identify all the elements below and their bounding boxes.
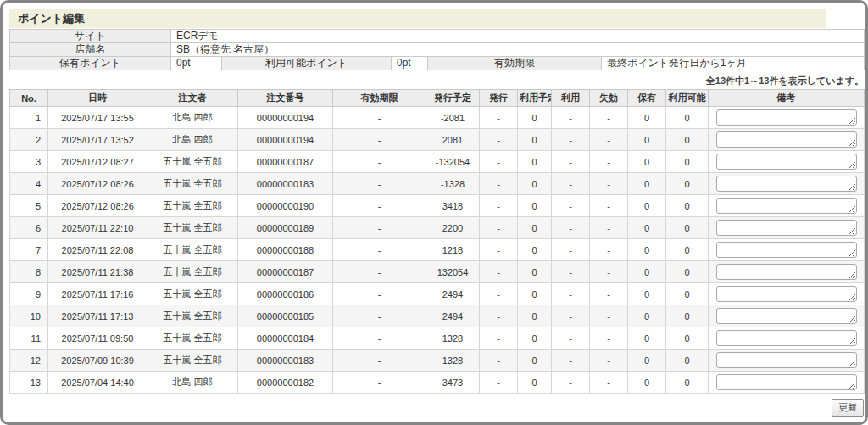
cell-used: - (552, 283, 590, 305)
remarks-input[interactable] (716, 330, 857, 346)
remarks-input[interactable] (716, 374, 857, 390)
remarks-input[interactable] (716, 286, 857, 302)
remarks-input[interactable] (716, 198, 857, 214)
held-points-value: 0pt (171, 57, 222, 70)
table-row: 5 2025/07/12 08:26 五十嵐 全五郎 00000000190 -… (10, 195, 865, 217)
cell-issue-planned: 2081 (426, 129, 480, 151)
col-header-held: 保有 (628, 90, 666, 107)
cell-use-planned: 0 (518, 372, 552, 394)
cell-available: 0 (666, 129, 709, 151)
col-header-orderer: 注文者 (147, 90, 238, 107)
update-button[interactable]: 更新 (832, 399, 864, 417)
cell-expiration: - (333, 372, 426, 394)
expiration-label: 有効期限 (428, 57, 602, 70)
cell-available: 0 (666, 173, 709, 195)
cell-issue-planned: -2081 (426, 107, 480, 129)
site-label: サイト (10, 30, 171, 43)
col-header-no: No. (10, 90, 48, 107)
remarks-input[interactable] (716, 352, 857, 368)
cell-held: 0 (628, 305, 666, 327)
cell-expired: - (590, 217, 628, 239)
cell-issue-planned: 3473 (426, 372, 480, 394)
cell-datetime: 2025/07/11 17:13 (48, 305, 147, 327)
cell-available: 0 (666, 372, 709, 394)
cell-remarks (709, 195, 865, 217)
cell-issued: - (480, 195, 518, 217)
cell-expiration: - (333, 305, 426, 327)
table-row: 10 2025/07/11 17:13 五十嵐 全五郎 00000000185 … (10, 305, 865, 327)
cell-issue-planned: 1218 (426, 239, 480, 261)
cell-orderer: 五十嵐 全五郎 (147, 217, 238, 239)
cell-order-number: 00000000187 (238, 151, 333, 173)
table-row: 13 2025/07/04 14:40 北島 四郎 00000000182 - … (10, 372, 865, 394)
result-count-text: 全13件中1～13件を表示しています。 (9, 75, 864, 87)
cell-held: 0 (628, 195, 666, 217)
cell-issued: - (480, 327, 518, 350)
cell-order-number: 00000000187 (238, 261, 333, 283)
cell-orderer: 五十嵐 全五郎 (147, 261, 238, 283)
cell-held: 0 (628, 327, 666, 350)
cell-held: 0 (628, 239, 666, 261)
remarks-input[interactable] (716, 131, 857, 148)
remarks-input[interactable] (716, 176, 857, 192)
remarks-input[interactable] (716, 242, 857, 258)
cell-remarks (709, 217, 865, 239)
cell-datetime: 2025/07/12 08:27 (48, 151, 147, 173)
points-table-header-row: No. 日時 注文者 注文番号 有効期限 発行予定 発行 利用予定 利用 失効 … (10, 90, 865, 107)
cell-issue-planned: 2494 (426, 283, 480, 305)
cell-issued: - (480, 305, 518, 327)
cell-remarks (709, 129, 865, 151)
table-row: 9 2025/07/11 17:16 五十嵐 全五郎 00000000186 -… (10, 283, 865, 305)
cell-issue-planned: -132054 (426, 151, 480, 173)
store-name-label: 店舗名 (10, 43, 171, 57)
cell-order-number: 00000000194 (238, 107, 333, 129)
remarks-input[interactable] (716, 109, 857, 126)
cell-use-planned: 0 (518, 239, 552, 261)
cell-orderer: 北島 四郎 (147, 107, 238, 129)
cell-expiration: - (333, 173, 426, 195)
cell-expiration: - (333, 261, 426, 283)
cell-held: 0 (628, 261, 666, 283)
cell-issued: - (480, 151, 518, 173)
cell-expiration: - (333, 239, 426, 261)
remarks-input[interactable] (716, 308, 857, 324)
points-table: No. 日時 注文者 注文番号 有効期限 発行予定 発行 利用予定 利用 失効 … (9, 89, 865, 394)
cell-datetime: 2025/07/11 21:38 (48, 261, 147, 283)
cell-no: 12 (10, 350, 48, 372)
cell-held: 0 (628, 350, 666, 372)
cell-no: 9 (10, 283, 48, 305)
cell-remarks (709, 173, 865, 195)
cell-used: - (552, 327, 590, 350)
cell-available: 0 (666, 151, 709, 173)
cell-use-planned: 0 (518, 350, 552, 372)
cell-expired: - (590, 350, 628, 372)
table-row: 1 2025/07/17 13:55 北島 四郎 00000000194 - -… (10, 107, 865, 129)
cell-no: 10 (10, 305, 48, 327)
cell-used: - (552, 217, 590, 239)
cell-use-planned: 0 (518, 151, 552, 173)
cell-held: 0 (628, 151, 666, 173)
remarks-input[interactable] (716, 264, 857, 280)
cell-issued: - (480, 261, 518, 283)
cell-used: - (552, 261, 590, 283)
cell-no: 2 (10, 129, 48, 151)
cell-order-number: 00000000182 (238, 372, 333, 394)
cell-issue-planned: 1328 (426, 350, 480, 372)
cell-order-number: 00000000186 (238, 283, 333, 305)
cell-datetime: 2025/07/04 14:40 (48, 372, 147, 394)
cell-order-number: 00000000183 (238, 173, 333, 195)
cell-remarks (709, 283, 865, 305)
cell-datetime: 2025/07/11 22:10 (48, 217, 147, 239)
cell-available: 0 (666, 239, 709, 261)
cell-available: 0 (666, 327, 709, 350)
col-header-use-planned: 利用予定 (518, 90, 552, 107)
remarks-input[interactable] (716, 220, 857, 236)
site-value: ECRデモ (171, 30, 865, 43)
cell-held: 0 (628, 217, 666, 239)
remarks-input[interactable] (716, 154, 857, 170)
cell-use-planned: 0 (518, 327, 552, 350)
col-header-remarks: 備考 (709, 90, 865, 107)
col-header-expired: 失効 (590, 90, 628, 107)
cell-orderer: 五十嵐 全五郎 (147, 305, 238, 327)
expiration-value: 最終ポイント発行日から1ヶ月 (602, 57, 865, 70)
